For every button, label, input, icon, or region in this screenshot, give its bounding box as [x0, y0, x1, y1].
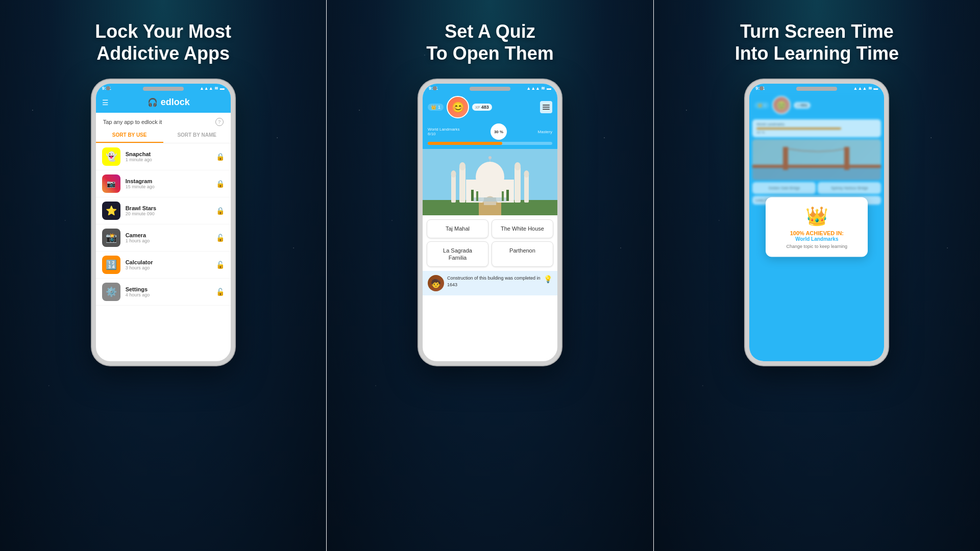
snapchat-lock[interactable]: 🔒: [216, 153, 225, 161]
quiz-options: Taj Mahal The White House La SagradaFami…: [423, 215, 557, 271]
app-item-instagram[interactable]: 📷 Instagram 15 minute ago 🔒: [96, 170, 231, 197]
settings-lock[interactable]: 🔓: [216, 288, 225, 296]
phone3-content: 👑2 😊 XP551 World Landmarks 40 %: [749, 93, 884, 361]
calculator-name: Calculator: [126, 259, 211, 265]
blurred-progress: World Landmarks 40 %: [752, 119, 881, 137]
quiz-header: 👑 1 😊 XP 483: [423, 93, 557, 121]
panel3-heading: Turn Screen Time Into Learning Time: [735, 20, 899, 64]
achievement-overlay: 👑 100% ACHIEVED IN: World Landmarks Chan…: [766, 197, 868, 257]
svg-rect-17: [471, 190, 474, 201]
app-item-camera[interactable]: 📸 Camera 1 hours ago 🔓: [96, 224, 231, 252]
svg-rect-19: [476, 191, 478, 201]
menu-button[interactable]: [540, 101, 552, 113]
app-logo: 🎧 edlock: [113, 97, 225, 108]
phone2: 9:41 ▲▲▲ ≋ ▬ 👑 1 😊 XP 483: [419, 80, 561, 365]
instagram-time: 15 minute ago: [126, 184, 211, 189]
calculator-lock[interactable]: 🔓: [216, 261, 225, 269]
mastery-label: Mastery: [538, 130, 552, 134]
hint-text: Construction of this building was comple…: [447, 275, 541, 288]
mastery-circle: 30 %: [491, 123, 507, 140]
calculator-icon: 🔢: [102, 256, 120, 274]
svg-point-5: [459, 162, 465, 170]
help-icon[interactable]: ?: [215, 118, 224, 126]
svg-point-14: [488, 156, 492, 159]
hint-avatar: 🧒: [428, 275, 444, 291]
phone2-icons: ▲▲▲ ≋ ▬: [526, 86, 551, 91]
brawlstars-lock[interactable]: 🔒: [216, 207, 225, 215]
settings-time: 4 hours ago: [126, 292, 211, 297]
taj-mahal-svg: [423, 149, 557, 215]
blurred-option1: Golden Gate Bridge: [752, 182, 816, 194]
golden-gate-svg: [752, 139, 881, 180]
snapchat-name: Snapchat: [126, 151, 211, 157]
instagram-lock[interactable]: 🔒: [216, 180, 225, 188]
phone3-mockup: 9:41 ▲▲▲ ≋ ▬ 👑2 😊 XP551: [745, 80, 888, 365]
tap-hint-bar: Tap any app to edlock it ?: [96, 113, 231, 128]
svg-rect-23: [752, 165, 881, 168]
achievement-topic: World Landmarks: [776, 236, 857, 242]
camera-lock[interactable]: 🔓: [216, 234, 225, 242]
blurred-avatar: 😊: [772, 96, 791, 114]
settings-icon: ⚙️: [102, 283, 120, 301]
progress-count: 6/10: [428, 132, 460, 136]
svg-rect-16: [474, 197, 506, 202]
hint-bar: 🧒 Construction of this building was comp…: [423, 271, 557, 295]
app-item-calculator[interactable]: 🔢 Calculator 3 hours ago 🔓: [96, 252, 231, 279]
phone1-app-bar: ☰ 🎧 edlock: [96, 93, 231, 113]
brawlstars-icon: ⭐: [102, 202, 120, 220]
camera-icon: 📸: [102, 229, 120, 247]
phone1-notch: [143, 87, 184, 91]
instagram-name: Instagram: [126, 178, 211, 184]
blurred-xp: XP551: [794, 102, 811, 109]
instagram-icon: 📷: [102, 174, 120, 193]
quiz-avatar: 😊: [447, 96, 469, 118]
settings-name: Settings: [126, 286, 211, 292]
phone2-notch: [470, 87, 510, 91]
achievement-crown-icon: 👑: [776, 206, 857, 227]
app-item-brawlstars[interactable]: ⭐ Brawl Stars 20 minute 090 🔒: [96, 197, 231, 224]
phone1: 9:41 ▲▲▲ ≋ ▬ ☰ 🎧 edlock Tap any app to e…: [92, 80, 235, 365]
topic-label: World Landmarks: [428, 127, 460, 132]
snapchat-icon: 👻: [102, 147, 120, 166]
blurred-header: 👑2 😊 XP551: [749, 93, 884, 117]
app-list: 👻 Snapchat 1 minute ago 🔒 📷 Instagram 15…: [96, 143, 231, 361]
phone1-icons: ▲▲▲ ≋ ▬: [200, 86, 225, 91]
svg-rect-4: [459, 167, 465, 203]
sort-by-name-tab[interactable]: SORT BY NAME: [163, 128, 231, 143]
achievement-subtitle: Change topic to keep learning: [776, 244, 857, 249]
quiz-option-taj[interactable]: Taj Mahal: [427, 219, 488, 238]
svg-rect-24: [783, 147, 788, 170]
panel-quiz: Set A Quiz To Open Them 9:41 ▲▲▲ ≋ ▬ 👑 1…: [327, 0, 653, 551]
blurred-progress-bar: [756, 128, 841, 130]
phone3: 9:41 ▲▲▲ ≋ ▬ 👑2 😊 XP551: [745, 80, 888, 365]
blurred-options: Golden Gate Bridge Sydney Harbour Bridge: [749, 180, 884, 196]
app-item-settings[interactable]: ⚙️ Settings 4 hours ago 🔓: [96, 279, 231, 306]
blurred-image: [752, 139, 881, 180]
quiz-progress: World Landmarks 6/10 30 % Mastery: [423, 121, 557, 149]
crown-badge: 👑 1: [428, 104, 444, 111]
app-item-snapchat[interactable]: 👻 Snapchat 1 minute ago 🔒: [96, 143, 231, 170]
blurred-topic: World Landmarks: [756, 122, 877, 126]
hamburger-icon[interactable]: ☰: [102, 98, 109, 107]
quiz-option-sagrada[interactable]: La SagradaFamilia: [427, 241, 488, 267]
svg-point-12: [476, 162, 504, 192]
progress-bar-fill: [428, 142, 502, 145]
camera-time: 1 hours ago: [126, 238, 211, 243]
quiz-option-whitehouse[interactable]: The White House: [492, 219, 553, 238]
phone3-notch: [796, 87, 837, 91]
svg-rect-18: [506, 190, 509, 201]
svg-point-7: [514, 162, 521, 170]
xp-badge: XP 483: [472, 104, 492, 111]
quiz-option-parthenon[interactable]: Parthenon: [492, 241, 553, 267]
svg-rect-22: [752, 167, 881, 180]
sort-by-use-tab[interactable]: SORT BY USE: [96, 128, 163, 143]
progress-bar: [428, 142, 552, 145]
camera-name: Camera: [126, 232, 211, 238]
panel-lock-apps: Lock Your Most Addictive Apps 9:41 ▲▲▲ ≋…: [0, 0, 326, 551]
brawlstars-time: 20 minute 090: [126, 211, 211, 216]
headphone-icon: 🎧: [148, 97, 158, 107]
brawlstars-name: Brawl Stars: [126, 205, 211, 211]
svg-rect-10: [524, 174, 529, 203]
phone2-mockup: 9:41 ▲▲▲ ≋ ▬ 👑 1 😊 XP 483: [419, 80, 561, 365]
phone3-icons: ▲▲▲ ≋ ▬: [853, 86, 878, 91]
